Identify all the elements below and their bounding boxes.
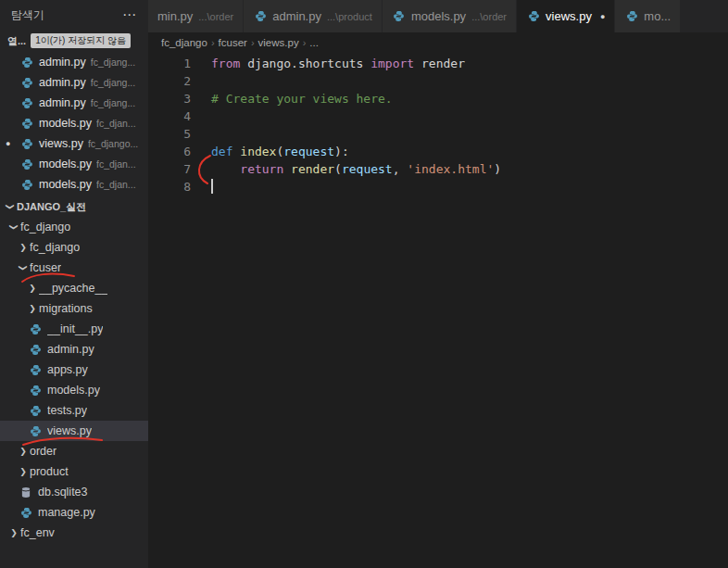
tree-item-fc-env[interactable]: ❯fc_env <box>0 523 148 543</box>
text-cursor <box>211 179 213 194</box>
open-editor-item-admin-py[interactable]: admin.pyfc_djang... <box>0 72 148 93</box>
open-editor-item-admin-py[interactable]: admin.pyfc_djang... <box>0 93 148 113</box>
code-line-3[interactable]: 3# Create your views here. <box>148 90 728 107</box>
tab-admin-py[interactable]: admin.py...\product <box>244 0 383 32</box>
tree-item-manage-py[interactable]: manage.py <box>0 502 148 523</box>
tree-item-fc-django[interactable]: ❯fc_django <box>0 217 148 237</box>
tab-models-py[interactable]: models.py...\order <box>383 0 517 32</box>
code-token: render <box>291 162 334 176</box>
tab-min-py[interactable]: min.py...\order <box>148 0 244 32</box>
python-icon <box>624 9 639 24</box>
python-icon <box>19 75 34 90</box>
chevron-right-icon: ❯ <box>26 284 39 293</box>
more-actions-icon[interactable]: ⋯ <box>122 6 137 23</box>
code-line-6[interactable]: 6def index(request): <box>148 143 728 160</box>
tree-item-label: models.py <box>47 384 100 397</box>
tree-item-fcuser[interactable]: ❯fcuser <box>0 258 148 278</box>
code-line-2[interactable]: 2 <box>148 72 728 90</box>
file-path: fc_djan... <box>96 158 136 170</box>
breadcrumb-item-item[interactable]: ... <box>309 37 319 48</box>
python-icon <box>28 383 43 398</box>
open-editor-item-models-py[interactable]: models.pyfc_djan... <box>0 174 148 195</box>
tab-description: ...\order <box>198 11 233 22</box>
code-token: from <box>211 57 240 70</box>
tree-item-admin-py[interactable]: admin.py <box>0 339 148 360</box>
chevron-right-icon: › <box>303 37 307 48</box>
line-number: 6 <box>148 143 191 160</box>
open-editors-label: 열... <box>7 34 26 48</box>
open-editor-item-models-py[interactable]: models.pyfc_djan... <box>0 113 148 133</box>
code-text: def index(request): <box>191 143 349 160</box>
code-line-4[interactable]: 4 <box>148 107 728 125</box>
code-line-1[interactable]: 1from django.shortcuts import render <box>148 55 728 72</box>
tree-item-init-py[interactable]: __init__.py <box>0 319 148 339</box>
file-path: fc_djang... <box>91 57 135 68</box>
unsaved-badge: 1이(가) 저장되지 않음 <box>31 33 131 48</box>
tree-item-apps-py[interactable]: apps.py <box>0 360 148 380</box>
python-icon <box>28 423 43 438</box>
code-text <box>191 125 211 143</box>
open-editors-list: admin.pyfc_djang...admin.pyfc_djang...ad… <box>0 52 148 195</box>
open-editors-header[interactable]: 열... 1이(가) 저장되지 않음 <box>0 30 148 52</box>
tab-label: min.py <box>157 9 193 23</box>
explorer-title: 탐색기 <box>11 7 44 23</box>
tree-item-product[interactable]: ❯product <box>0 461 148 482</box>
file-name: admin.py <box>39 56 86 69</box>
workspace-root-label: DJANGO_실전 <box>17 200 86 214</box>
tree-item-db-sqlite3[interactable]: db.sqlite3 <box>0 482 148 502</box>
tree-item-label: apps.py <box>47 363 88 376</box>
python-icon <box>19 177 34 192</box>
tree-item-tests-py[interactable]: tests.py <box>0 400 148 421</box>
code-text <box>191 178 213 196</box>
tree-item-pycache[interactable]: ❯__pycache__ <box>0 278 148 298</box>
open-editor-item-models-py[interactable]: models.pyfc_djan... <box>0 154 148 174</box>
code-line-5[interactable]: 5 <box>148 125 728 143</box>
python-icon <box>19 55 34 69</box>
breadcrumb-item-fc-django[interactable]: fc_django <box>161 37 207 48</box>
line-number: 1 <box>148 55 191 72</box>
tab-bar: min.py...\orderadmin.py...\productmodels… <box>148 0 728 32</box>
code-token: request <box>342 162 393 176</box>
code-token: , <box>393 162 408 176</box>
tree-item-views-py[interactable]: views.py <box>0 421 148 441</box>
chevron-down-icon: ❯ <box>9 221 19 234</box>
file-path: fc_djang... <box>91 77 135 88</box>
python-icon <box>19 157 34 171</box>
tab-views-py[interactable]: views.py● <box>517 0 615 32</box>
breadcrumb-item-views-py[interactable]: views.py <box>258 37 299 48</box>
code-editor[interactable]: 1from django.shortcuts import render23# … <box>148 53 728 568</box>
file-path: fc_djang... <box>91 97 135 108</box>
tree-item-fc-django[interactable]: ❯fc_django <box>0 237 148 258</box>
tree-item-label: fc_django <box>20 221 70 234</box>
file-name: views.py <box>39 137 83 150</box>
chevron-right-icon: › <box>211 37 215 48</box>
python-icon <box>253 9 268 24</box>
breadcrumb-item-fcuser[interactable]: fcuser <box>219 37 247 48</box>
dirty-indicator: ● <box>600 12 605 21</box>
tree-item-label: tests.py <box>47 404 87 417</box>
code-token: ): <box>334 145 349 158</box>
code-line-7[interactable]: 7 return render(request, 'index.html') <box>148 160 728 178</box>
tab-label: models.py <box>411 9 466 23</box>
code-text <box>191 107 211 125</box>
tab-label: views.py <box>546 9 592 23</box>
dirty-indicator: ● <box>6 139 19 148</box>
tree-item-models-py[interactable]: models.py <box>0 380 148 400</box>
line-number: 2 <box>148 72 191 90</box>
workspace-root-header[interactable]: ❯ DJANGO_실전 <box>0 196 148 217</box>
chevron-right-icon: ❯ <box>17 447 30 456</box>
file-name: models.py <box>39 158 92 170</box>
chevron-right-icon: ❯ <box>17 467 30 476</box>
tab-mo[interactable]: mo... <box>615 0 681 32</box>
code-token <box>211 162 240 176</box>
tree-item-label: db.sqlite3 <box>38 486 88 499</box>
python-icon <box>526 9 541 24</box>
tree-item-order[interactable]: ❯order <box>0 441 148 461</box>
open-editor-item-admin-py[interactable]: admin.pyfc_djang... <box>0 52 148 72</box>
tree-item-migrations[interactable]: ❯migrations <box>0 298 148 319</box>
open-editor-item-views-py[interactable]: ●views.pyfc_django... <box>0 133 148 154</box>
tree-item-label: manage.py <box>38 506 95 519</box>
chevron-down-icon: ❯ <box>19 261 28 274</box>
code-token: # Create your views here. <box>211 92 393 106</box>
code-line-8[interactable]: 8 <box>148 178 728 196</box>
